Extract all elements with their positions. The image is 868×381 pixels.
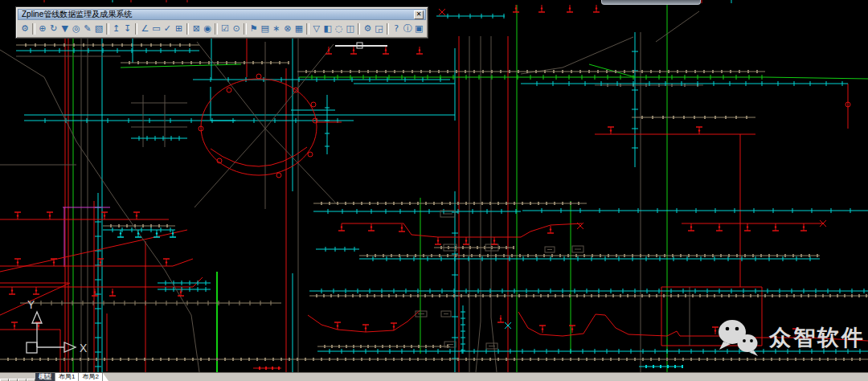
help-icon[interactable]: ? (391, 23, 402, 35)
roundabout-ring (201, 79, 317, 175)
close-screen-icon[interactable]: ⊗ (282, 23, 293, 35)
hydrant-symbol (698, 129, 700, 131)
locate-target-icon[interactable]: ⊙ (231, 23, 242, 35)
hydrant-symbol (94, 291, 96, 293)
edit-grid-icon[interactable]: ⊞ (174, 23, 184, 35)
watermark: 众智软件 (716, 318, 866, 357)
pipeline-line (342, 223, 582, 237)
flag-marker-icon[interactable]: ⚑ (248, 23, 259, 35)
ucs-x-label: X (80, 342, 88, 354)
settings-icon[interactable]: ⚙ (20, 23, 31, 35)
application-window: Zpline管线数据监理及成果系统 ✕ ⚙⊕↻▼◎✎▧↥↧∠▭✓⊞⊠◉☑⊙⚑▤∗… (0, 0, 868, 381)
edit-box-icon[interactable]: ▭ (151, 23, 162, 35)
select-region-icon[interactable]: ⊠ (191, 23, 202, 35)
hydrant-symbol (465, 240, 467, 241)
pipeline-line (491, 36, 497, 372)
refresh-record-icon[interactable]: ↻ (48, 23, 59, 35)
toolbar-separator (215, 23, 218, 35)
explode-points-icon[interactable]: ∗ (271, 23, 281, 35)
ucs-origin-square (27, 342, 37, 353)
ucs-x-arrow (64, 342, 76, 352)
hydrant-symbol (337, 325, 338, 326)
toolbar-separator (106, 23, 109, 35)
hydrant-symbol (541, 7, 542, 9)
find-record-icon[interactable]: ◎ (71, 23, 81, 35)
toolbar-separator (244, 23, 247, 35)
toolbar-icons: ⚙⊕↻▼◎✎▧↥↧∠▭✓⊞⊠◉☑⊙⚑▤∗⊗▦▽◧◌◫⚙◲?ⓘ▣ (18, 20, 426, 36)
hydrant-symbol (393, 326, 395, 327)
hydrant-symbol (11, 289, 13, 291)
hydrant-symbol (17, 215, 18, 216)
draw-pipeline-icon[interactable]: ∠ (140, 23, 150, 35)
hydrant-symbol (180, 291, 182, 293)
pipeline-line (121, 64, 241, 68)
tab-navigation: |◀◀▶▶| (0, 373, 35, 381)
clipboard-settings-icon[interactable]: ◲ (374, 23, 384, 35)
hydrant-symbol (596, 7, 597, 9)
filter-icon[interactable]: ▽ (311, 23, 321, 35)
measure-tool-icon[interactable]: ▣ (414, 23, 424, 35)
hydrant-symbol (353, 49, 354, 51)
data-table-icon[interactable]: ▦ (293, 23, 304, 35)
hydrant-symbol (371, 226, 372, 227)
check-document-icon[interactable]: ☑ (219, 23, 230, 35)
info-icon[interactable]: ⓘ (403, 23, 413, 35)
hydrant-symbol (419, 49, 420, 51)
cascade-windows-icon[interactable]: ◫ (345, 23, 355, 35)
manhole-marker (311, 102, 316, 107)
import-data-icon[interactable]: ↥ (111, 23, 121, 35)
process-gears-icon[interactable]: ⚙ (362, 23, 373, 35)
pipeline-line (765, 77, 868, 79)
tab-布局2[interactable]: 布局2 (79, 373, 102, 381)
pipeline-line (211, 87, 235, 121)
hydrant-symbol (385, 49, 387, 51)
toolbar-window: Zpline管线数据监理及成果系统 ✕ ⚙⊕↻▼◎✎▧↥↧∠▭✓⊞⊠◉☑⊙⚑▤∗… (15, 6, 428, 39)
inspect-document-icon[interactable]: ◉ (203, 23, 213, 35)
wechat-icon (716, 318, 761, 357)
hydrant-symbol (515, 7, 517, 9)
pipeline-line (521, 37, 633, 74)
hydrant-symbol (500, 318, 502, 319)
hydrant-symbol (571, 328, 573, 330)
hydrant-symbol (550, 228, 551, 230)
view-image-icon[interactable]: ▧ (93, 23, 104, 35)
collapsed-top-panel[interactable] (601, 0, 701, 5)
selection-rect-icon[interactable]: ◌ (334, 23, 344, 35)
hydrant-symbol (690, 226, 692, 227)
manhole-marker (256, 74, 261, 79)
pipeline-line (476, 36, 481, 372)
hydrant-symbol (610, 129, 612, 131)
toolbar-titlebar[interactable]: Zpline管线数据监理及成果系统 ✕ (18, 9, 426, 20)
hydrant-symbol (112, 291, 113, 293)
bottom-bar: |◀◀▶▶| 模型布局1布局2 (0, 372, 868, 381)
toolbar-separator (387, 23, 390, 35)
close-icon[interactable]: ✕ (414, 10, 424, 19)
verify-edit-icon[interactable]: ✓ (162, 23, 173, 35)
toolbar-separator (135, 23, 138, 35)
hydrant-symbol (341, 226, 342, 227)
export-data-icon[interactable]: ↧ (122, 23, 133, 35)
edit-record-icon[interactable]: ✎ (82, 23, 92, 35)
hydrant-symbol (542, 328, 543, 330)
toolbar-separator (306, 23, 309, 35)
pipeline-line (656, 11, 699, 42)
hydrant-symbol (401, 227, 403, 228)
ucs-y-arrow (32, 312, 42, 323)
panel-window-icon[interactable]: ◧ (322, 23, 333, 35)
tab-布局1[interactable]: 布局1 (55, 373, 79, 381)
manhole-marker (308, 152, 313, 157)
hydrant-symbol (35, 289, 37, 291)
add-record-icon[interactable]: ⊕ (37, 23, 47, 35)
hydrant-symbol (747, 226, 748, 227)
hydrant-symbol (100, 261, 101, 263)
hydrant-symbol (493, 240, 495, 241)
hydrant-symbol (137, 232, 139, 234)
hydrant-symbol (156, 232, 158, 234)
hydrant-symbol (569, 7, 571, 9)
tab-模型[interactable]: 模型 (35, 373, 55, 381)
save-record-icon[interactable]: ▼ (59, 23, 70, 35)
hydrant-symbol (328, 49, 330, 51)
preview-monitor-icon[interactable]: ▤ (260, 23, 270, 35)
pipeline-line (194, 44, 334, 207)
horizontal-scrollbar[interactable] (108, 373, 868, 381)
